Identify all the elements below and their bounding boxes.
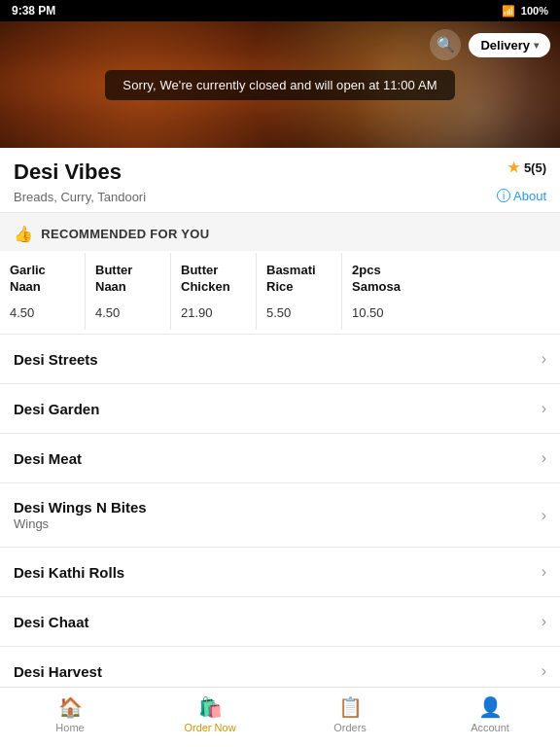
tab-home[interactable]: 🏠 Home bbox=[0, 695, 140, 733]
menu-section-text: Desi Kathi Rolls bbox=[14, 564, 124, 581]
chevron-right-icon: › bbox=[542, 350, 546, 368]
menu-section-text: Desi Wings N Bites Wings bbox=[14, 499, 147, 531]
menu-section-item[interactable]: Desi Streets › bbox=[0, 335, 560, 384]
about-link[interactable]: i About bbox=[497, 189, 546, 203]
menu-section-subtitle: Wings bbox=[14, 516, 147, 531]
menu-section-text: Desi Streets bbox=[14, 351, 98, 368]
recommended-title: RECOMMENDED FOR YOU bbox=[41, 227, 209, 241]
chevron-right-icon: › bbox=[542, 563, 546, 581]
restaurant-info: Desi Vibes ★ 5(5) Breads, Curry, Tandoor… bbox=[0, 148, 560, 213]
menu-section-text: Desi Chaat bbox=[14, 614, 89, 630]
chevron-right-icon: › bbox=[542, 613, 546, 630]
menu-section-item[interactable]: Desi Garden › bbox=[0, 384, 560, 434]
recommended-scroll[interactable]: Garlic Naan 4.50 Butter Naan 4.50 Butter… bbox=[0, 251, 560, 335]
account-tab-label: Account bbox=[471, 722, 509, 733]
menu-section-name: Desi Chaat bbox=[14, 614, 89, 630]
menu-section-name: Desi Wings N Bites bbox=[14, 499, 147, 516]
restaurant-header: Desi Vibes ★ 5(5) bbox=[14, 160, 546, 185]
recommended-item[interactable]: Garlic Naan 4.50 bbox=[0, 253, 86, 330]
search-button[interactable]: 🔍 bbox=[430, 29, 461, 60]
rec-item-price: 10.50 bbox=[352, 305, 418, 320]
rec-item-price: 21.90 bbox=[181, 305, 246, 320]
status-time: 9:38 PM bbox=[12, 4, 55, 18]
menu-section-item[interactable]: Desi Meat › bbox=[0, 434, 560, 483]
chevron-right-icon: › bbox=[542, 449, 546, 467]
chevron-right-icon: › bbox=[542, 507, 546, 524]
menu-section-name: Desi Streets bbox=[14, 351, 98, 368]
home-tab-icon: 🏠 bbox=[58, 695, 83, 719]
recommended-item[interactable]: 2pcs Samosa 10.50 bbox=[342, 253, 428, 330]
menu-section-name: Desi Kathi Rolls bbox=[14, 564, 124, 581]
menu-section-item[interactable]: Desi Chaat › bbox=[0, 597, 560, 647]
rec-item-name: Butter Naan bbox=[95, 263, 160, 298]
restaurant-name: Desi Vibes bbox=[14, 160, 122, 185]
restaurant-rating: ★ 5(5) bbox=[508, 160, 546, 175]
delivery-label: Delivery bbox=[480, 38, 530, 53]
menu-section-name: Desi Meat bbox=[14, 450, 82, 467]
menu-section-text: Desi Garden bbox=[14, 401, 99, 417]
info-icon: i bbox=[497, 189, 510, 202]
hero-controls: 🔍 Delivery ▾ bbox=[430, 29, 550, 60]
wifi-icon: 📶 bbox=[502, 5, 515, 18]
rec-item-price: 4.50 bbox=[10, 305, 75, 320]
recommended-item[interactable]: Basmati Rice 5.50 bbox=[257, 253, 342, 330]
tab-account[interactable]: 👤 Account bbox=[420, 695, 560, 733]
account-tab-icon: 👤 bbox=[478, 695, 503, 719]
battery-icon: 100% bbox=[521, 5, 548, 17]
tab-order-now[interactable]: 🛍️ Order Now bbox=[140, 695, 280, 733]
tab-bar: 🏠 Home 🛍️ Order Now 📋 Orders 👤 Account bbox=[0, 687, 560, 747]
about-label: About bbox=[513, 189, 546, 203]
menu-section-text: Desi Harvest bbox=[14, 663, 102, 680]
menu-section-text: Desi Meat bbox=[14, 450, 82, 467]
status-right: 📶 100% bbox=[502, 5, 548, 18]
order-now-tab-icon: 🛍️ bbox=[198, 695, 223, 719]
order-now-tab-label: Order Now bbox=[184, 722, 235, 733]
recommended-item[interactable]: Butter Naan 4.50 bbox=[86, 253, 171, 330]
rec-item-price: 5.50 bbox=[266, 305, 332, 320]
closed-banner: Sorry, We're currently closed and will o… bbox=[105, 70, 454, 100]
chevron-right-icon: › bbox=[542, 400, 546, 417]
search-icon: 🔍 bbox=[437, 36, 455, 53]
home-tab-label: Home bbox=[55, 722, 84, 733]
orders-tab-label: Orders bbox=[333, 722, 367, 733]
menu-sections: Desi Streets › Desi Garden › Desi Meat ›… bbox=[0, 335, 560, 747]
delivery-button[interactable]: Delivery ▾ bbox=[469, 33, 550, 57]
recommended-section-label: 👍 RECOMMENDED FOR YOU bbox=[0, 213, 560, 251]
menu-section-item[interactable]: Desi Wings N Bites Wings › bbox=[0, 483, 560, 548]
main-content: 👍 RECOMMENDED FOR YOU Garlic Naan 4.50 B… bbox=[0, 213, 560, 747]
status-bar: 9:38 PM 📶 100% bbox=[0, 0, 560, 21]
menu-section-name: Desi Harvest bbox=[14, 663, 102, 680]
restaurant-tags: Breads, Curry, Tandoori bbox=[14, 190, 146, 204]
rec-item-price: 4.50 bbox=[95, 305, 160, 320]
rec-item-name: Basmati Rice bbox=[266, 263, 332, 298]
rec-item-name: Garlic Naan bbox=[10, 263, 75, 298]
menu-section-item[interactable]: Desi Kathi Rolls › bbox=[0, 548, 560, 597]
menu-section-name: Desi Garden bbox=[14, 401, 99, 417]
chevron-down-icon: ▾ bbox=[534, 40, 539, 51]
thumbs-up-icon: 👍 bbox=[14, 225, 33, 243]
rec-item-name: 2pcs Samosa bbox=[352, 263, 418, 298]
orders-tab-icon: 📋 bbox=[338, 695, 363, 719]
tab-orders[interactable]: 📋 Orders bbox=[280, 695, 420, 733]
recommended-item[interactable]: Butter Chicken 21.90 bbox=[171, 253, 257, 330]
restaurant-subrow: Breads, Curry, Tandoori i About bbox=[14, 187, 546, 204]
star-icon: ★ bbox=[508, 160, 520, 175]
chevron-right-icon: › bbox=[542, 662, 546, 680]
rec-item-name: Butter Chicken bbox=[181, 263, 246, 298]
hero-image: 🔍 Delivery ▾ Sorry, We're currently clos… bbox=[0, 21, 560, 148]
rating-value: 5(5) bbox=[524, 160, 546, 175]
